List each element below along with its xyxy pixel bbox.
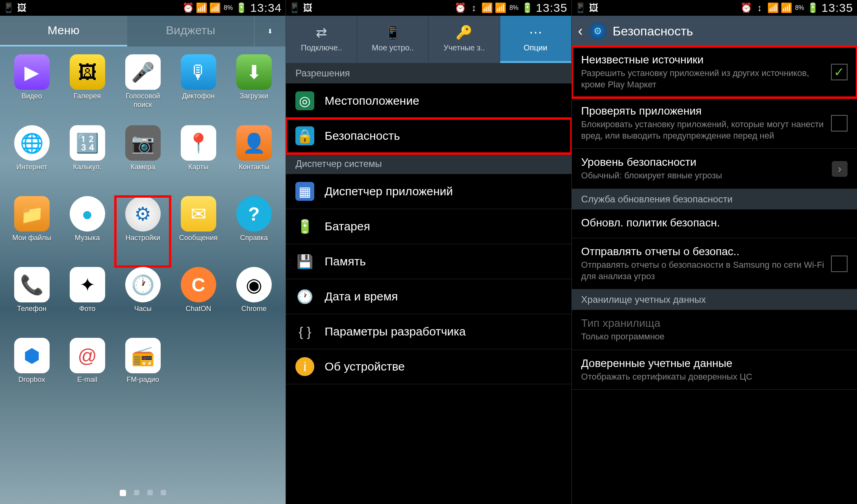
- checkbox-checked[interactable]: ✓: [831, 64, 848, 80]
- pref-unknown-sources[interactable]: Неизвестные источники Разрешить установк…: [572, 46, 857, 98]
- app-музыка[interactable]: ●Музыка: [59, 196, 115, 267]
- settings-root: ⇄Подключе..📱Мое устро..🔑Учетные з..⋯Опци…: [286, 16, 571, 504]
- app-интернет[interactable]: 🌐Интернет: [4, 125, 59, 196]
- app-фото[interactable]: ✦Фото: [59, 267, 115, 338]
- page-dot[interactable]: [161, 490, 166, 495]
- settings-item-label: Батарея: [325, 220, 370, 233]
- settings-item-datetime[interactable]: 🕐 Дата и время: [286, 279, 571, 314]
- app-телефон[interactable]: 📞Телефон: [4, 267, 59, 338]
- page-dot[interactable]: [147, 490, 153, 495]
- signal-icon: 📶: [210, 3, 220, 13]
- app-label: Карты: [188, 163, 208, 172]
- app-видео[interactable]: ▶Видео: [4, 54, 59, 125]
- app-диктофон[interactable]: 🎙Диктофон: [171, 54, 226, 125]
- app-icon: 📁: [14, 196, 50, 232]
- app-icon: ?: [236, 196, 272, 232]
- pref-verify-apps[interactable]: Проверять приложения Блокировать установ…: [572, 98, 857, 149]
- settings-item-label: Об устройстве: [325, 360, 404, 373]
- screenshot-icon: 🖼: [303, 3, 313, 13]
- page-header: ‹ ⚙ Безопасность: [572, 16, 857, 46]
- page-dot[interactable]: [134, 490, 139, 495]
- app-icon: 🕐: [125, 267, 161, 302]
- tab-label: Мое устро..: [372, 43, 414, 52]
- app-справка[interactable]: ?Справка: [226, 196, 282, 267]
- app-label: Часы: [134, 305, 152, 313]
- pref-trusted-creds[interactable]: Доверенные учетные данные Отображать сер…: [572, 350, 857, 390]
- app-карты[interactable]: 📍Карты: [171, 125, 226, 196]
- app-icon: ⬢: [14, 338, 50, 373]
- phone-screen-settings: 📱 🖼 ⏰ ↕ 📶 📶 8% 🔋 13:35 ⇄Подключе..📱Мое у…: [286, 0, 571, 504]
- settings-item-security[interactable]: 🔒 Безопасность: [286, 119, 571, 154]
- app-label: Телефон: [17, 305, 46, 313]
- app-label: Камера: [130, 163, 155, 172]
- tab-icon: 📱: [384, 24, 401, 40]
- settings-tab-Опции[interactable]: ⋯Опции: [500, 16, 571, 63]
- settings-item-location[interactable]: ◎ Местоположение: [286, 83, 571, 119]
- app-часы[interactable]: 🕐Часы: [115, 267, 171, 338]
- app-сообщения[interactable]: ✉Сообщения: [171, 196, 226, 267]
- section-update-service: Служба обновления безопасности: [572, 189, 857, 209]
- pref-subtitle: Отображать сертификаты доверенных ЦС: [581, 371, 848, 383]
- checkbox-unchecked[interactable]: [831, 256, 848, 272]
- app-галерея[interactable]: 🖼Галерея: [59, 54, 115, 125]
- app-контакты[interactable]: 👤Контакты: [226, 125, 282, 196]
- tab-icon: ⇄: [316, 24, 327, 40]
- app-icon: 🖼: [70, 54, 105, 90]
- app-icon: ✉: [181, 196, 216, 232]
- section-system: Диспетчер системы: [286, 154, 571, 174]
- battery-percent: 8%: [795, 4, 804, 11]
- security-settings: ‹ ⚙ Безопасность Неизвестные источники Р…: [572, 16, 857, 504]
- app-голосовой поиск[interactable]: 🎤Голосовой поиск: [115, 54, 171, 125]
- download-button[interactable]: ⬇: [254, 16, 286, 46]
- back-button[interactable]: ‹: [578, 23, 583, 39]
- battery-percent: 8%: [224, 4, 233, 11]
- apps-icon: ▦: [295, 182, 314, 201]
- app-icon: ⬇: [236, 54, 272, 90]
- app-chaton[interactable]: CChatON: [171, 267, 226, 338]
- pref-security-level[interactable]: Уровень безопасности Обычный: блокирует …: [572, 149, 857, 189]
- app-калькул.[interactable]: 🔢Калькул.: [59, 125, 115, 196]
- app-icon: 📞: [14, 267, 50, 302]
- app-fm-радио[interactable]: 📻FM-радио: [115, 338, 171, 409]
- settings-item-devopts[interactable]: { } Параметры разработчика: [286, 314, 571, 349]
- page-dot[interactable]: [120, 490, 126, 496]
- pref-update-policy[interactable]: Обновл. политик безопасн.: [572, 209, 857, 238]
- settings-tab-Подключе..[interactable]: ⇄Подключе..: [286, 16, 357, 63]
- app-e-mail[interactable]: @E-mail: [59, 338, 115, 409]
- app-icon: 🎙: [181, 54, 216, 90]
- app-label: Dropbox: [19, 376, 45, 384]
- settings-item-storage[interactable]: 💾 Память: [286, 244, 571, 279]
- tab-menu[interactable]: Меню: [0, 16, 127, 46]
- app-мои файлы[interactable]: 📁Мои файлы: [4, 196, 59, 267]
- app-камера[interactable]: 📷Камера: [115, 125, 171, 196]
- app-label: Настройки: [126, 234, 160, 243]
- settings-item-battery[interactable]: 🔋 Батарея: [286, 209, 571, 244]
- app-настройки[interactable]: ⚙Настройки: [115, 196, 171, 267]
- settings-item-appmgr[interactable]: ▦ Диспетчер приложений: [286, 174, 571, 209]
- app-dropbox[interactable]: ⬢Dropbox: [4, 338, 59, 409]
- pref-subtitle: Только программное: [581, 331, 848, 343]
- settings-tab-Мое устро..[interactable]: 📱Мое устро..: [357, 16, 428, 63]
- app-label: E-mail: [77, 376, 97, 384]
- clock-time: 13:35: [536, 1, 568, 15]
- app-загрузки[interactable]: ⬇Загрузки: [226, 54, 282, 125]
- app-label: FM-радио: [126, 376, 159, 384]
- app-icon: ◉: [236, 267, 272, 302]
- pref-security-reports[interactable]: Отправлять отчеты о безопас.. Отправлять…: [572, 238, 857, 289]
- settings-item-about[interactable]: i Об устройстве: [286, 349, 571, 384]
- notification-icon: 📱: [576, 3, 585, 13]
- tab-widgets[interactable]: Виджеты: [127, 16, 254, 46]
- settings-tab-Учетные з..[interactable]: 🔑Учетные з..: [428, 16, 500, 63]
- app-icon: 🎤: [125, 54, 161, 90]
- settings-item-label: Дата и время: [325, 290, 398, 303]
- checkbox-unchecked[interactable]: [831, 115, 848, 132]
- signal-icon: 📶: [782, 3, 791, 13]
- section-credential-storage: Хранилище учетных данных: [572, 289, 857, 310]
- app-label: Фото: [79, 305, 95, 313]
- screenshot-icon: 🖼: [17, 3, 27, 13]
- pref-subtitle: Отправлять отчеты о безопасности в Samsu…: [581, 259, 825, 282]
- app-chrome[interactable]: ◉Chrome: [226, 267, 282, 338]
- app-label: Сообщения: [179, 234, 218, 243]
- sync-icon: ↕: [469, 3, 479, 13]
- app-label: Мои файлы: [12, 234, 51, 243]
